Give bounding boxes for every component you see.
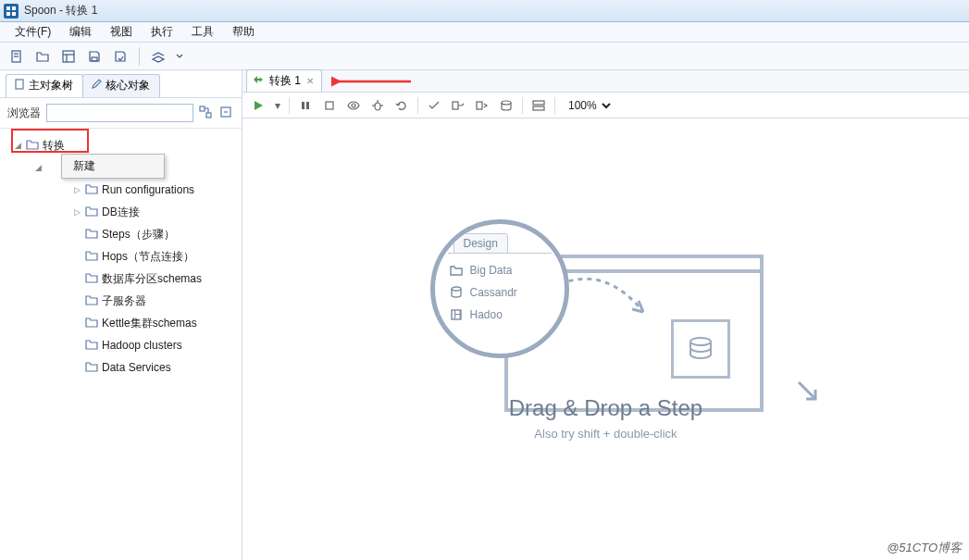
chevron-down-icon[interactable]: ◢ xyxy=(13,141,22,150)
svg-point-29 xyxy=(502,101,511,105)
drag-drop-hint: Design Big Data Cassandr H xyxy=(430,219,782,460)
tree-item[interactable]: ▷DB连接 xyxy=(4,201,238,223)
context-menu-new[interactable]: 新建 xyxy=(62,155,164,178)
hint-step-box xyxy=(671,319,730,379)
run-icon[interactable] xyxy=(250,97,267,114)
folder-icon xyxy=(85,339,98,353)
analyze-icon[interactable] xyxy=(450,97,466,114)
tree-root-label: 转换 xyxy=(43,138,65,154)
toolbar-separator xyxy=(139,47,140,66)
open-folder-icon[interactable] xyxy=(33,47,52,66)
tree-item[interactable]: 子服务器 xyxy=(4,290,238,312)
chevron-right-icon[interactable]: ▷ xyxy=(72,185,81,194)
svg-point-33 xyxy=(452,287,461,291)
tree-collapse-icon[interactable] xyxy=(219,106,234,120)
menu-file[interactable]: 文件(F) xyxy=(6,22,60,42)
tree-item-label: Hops（节点连接） xyxy=(102,249,194,265)
browser-label: 浏览器 xyxy=(7,106,41,121)
folder-icon xyxy=(85,228,98,242)
folder-icon xyxy=(85,205,98,219)
chevron-right-icon[interactable]: ▷ xyxy=(72,207,81,217)
menu-help[interactable]: 帮助 xyxy=(223,22,264,42)
tree-item-label: Run configurations xyxy=(102,183,194,196)
side-tab-core-objects[interactable]: 核心对象 xyxy=(82,74,160,97)
run-options-chevron-icon[interactable]: ▾ xyxy=(274,97,281,114)
tree-item[interactable]: 数据库分区schemas xyxy=(4,268,238,290)
folder-icon xyxy=(85,272,98,286)
svg-rect-20 xyxy=(306,102,309,109)
side-tabs: 主对象树 核心对象 xyxy=(0,70,242,98)
side-tab-main-tree[interactable]: 主对象树 xyxy=(6,74,83,97)
folder-icon xyxy=(85,183,98,197)
save-as-icon[interactable] xyxy=(111,47,130,66)
preview-icon[interactable] xyxy=(345,97,362,114)
title-bar: Spoon - 转换 1 xyxy=(0,0,969,22)
zoom-select[interactable]: 100% xyxy=(563,96,614,115)
tree-item-label: Hadoop clusters xyxy=(102,339,182,352)
browser-input[interactable] xyxy=(46,104,193,122)
editor-toolbar: ▾ 100% xyxy=(242,93,969,118)
editor-canvas[interactable]: Design Big Data Cassandr H xyxy=(242,118,969,560)
hint-row-hadoop: H Hadoo xyxy=(448,304,552,326)
object-tree: ◢ 转换 ◢ ▷Run configurations▷DB连接Steps（步骤）… xyxy=(0,129,242,560)
folder-icon xyxy=(85,250,98,264)
tree-item[interactable]: Hadoop clusters xyxy=(4,334,238,356)
folder-icon xyxy=(85,294,98,308)
editor-area: 转换 1 ✕ ▾ 100% xyxy=(242,70,969,560)
tree-item-label: 数据库分区schemas xyxy=(102,271,202,287)
svg-rect-30 xyxy=(533,101,544,105)
tree-item-label: Steps（步骤） xyxy=(102,227,175,243)
side-tab-label: 主对象树 xyxy=(29,78,73,93)
pencil-icon xyxy=(91,79,102,93)
save-icon[interactable] xyxy=(85,47,104,66)
tree-item[interactable]: Steps（步骤） xyxy=(4,223,238,245)
workspace: 主对象树 核心对象 浏览器 ◢ 转换 ◢ ▷Run configurati xyxy=(0,70,969,560)
verify-icon[interactable] xyxy=(426,97,442,114)
svg-rect-21 xyxy=(326,102,333,109)
watermark-text: @51CTO博客 xyxy=(887,540,962,556)
svg-rect-11 xyxy=(16,80,23,89)
debug-icon[interactable] xyxy=(369,97,386,114)
hint-design-tab: Design xyxy=(453,233,508,254)
folder-icon xyxy=(85,317,98,330)
new-file-icon[interactable] xyxy=(7,47,26,66)
svg-rect-0 xyxy=(6,6,10,10)
svg-rect-12 xyxy=(200,106,205,111)
pause-icon[interactable] xyxy=(297,97,314,114)
tree-item[interactable]: ▷Run configurations xyxy=(4,179,238,201)
hint-row-cassandra: Cassandr xyxy=(448,281,552,304)
chevron-down-icon[interactable]: ◢ xyxy=(33,163,43,172)
folder-icon xyxy=(85,361,98,375)
explore-db-icon[interactable] xyxy=(498,97,515,114)
tree-item-label: Data Services xyxy=(102,361,171,374)
get-sql-icon[interactable] xyxy=(474,97,491,114)
annotation-arrow xyxy=(331,76,415,93)
dropdown-chevron-icon[interactable] xyxy=(175,47,184,66)
tree-item[interactable]: Kettle集群schemas xyxy=(4,312,238,334)
svg-point-32 xyxy=(690,338,711,345)
show-results-icon[interactable] xyxy=(530,97,547,114)
stop-icon[interactable] xyxy=(321,97,338,114)
tree-item[interactable]: Hops（节点连接） xyxy=(4,245,238,268)
explore-icon[interactable] xyxy=(59,47,78,66)
svg-rect-10 xyxy=(92,57,97,61)
tree-expand-icon[interactable] xyxy=(199,106,214,120)
svg-rect-28 xyxy=(477,102,482,109)
separator xyxy=(417,97,418,114)
menu-run[interactable]: 执行 xyxy=(142,22,182,42)
svg-rect-31 xyxy=(533,106,544,110)
tree-item[interactable]: Data Services xyxy=(4,356,238,379)
menu-edit[interactable]: 编辑 xyxy=(60,22,101,42)
svg-rect-13 xyxy=(206,113,211,118)
svg-rect-27 xyxy=(453,102,458,109)
editor-tab[interactable]: 转换 1 ✕ xyxy=(246,69,322,92)
replay-icon[interactable] xyxy=(393,97,410,114)
hint-row-bigdata: Big Data xyxy=(448,259,552,281)
perspective-icon[interactable] xyxy=(149,47,168,66)
menu-view[interactable]: 视图 xyxy=(101,22,142,42)
editor-tabs: 转换 1 ✕ xyxy=(242,70,969,93)
menu-tools[interactable]: 工具 xyxy=(182,22,223,42)
close-tab-icon[interactable]: ✕ xyxy=(306,76,314,86)
app-icon xyxy=(4,4,19,19)
page-icon xyxy=(14,79,25,93)
